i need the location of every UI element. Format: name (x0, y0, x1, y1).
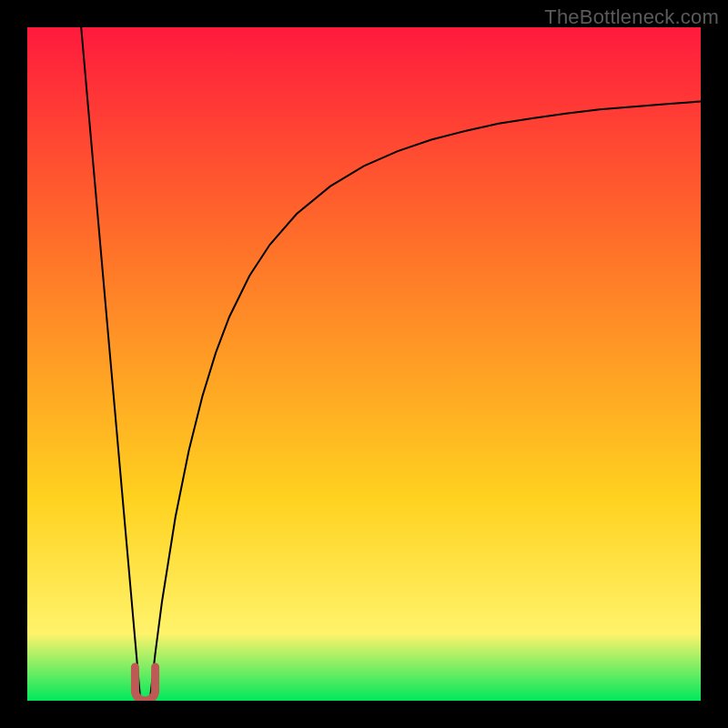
plot-area (27, 27, 701, 701)
chart-frame: TheBottleneck.com (0, 0, 728, 728)
gradient-background (27, 27, 701, 701)
watermark-label: TheBottleneck.com (544, 5, 719, 29)
plot-svg (27, 27, 701, 701)
